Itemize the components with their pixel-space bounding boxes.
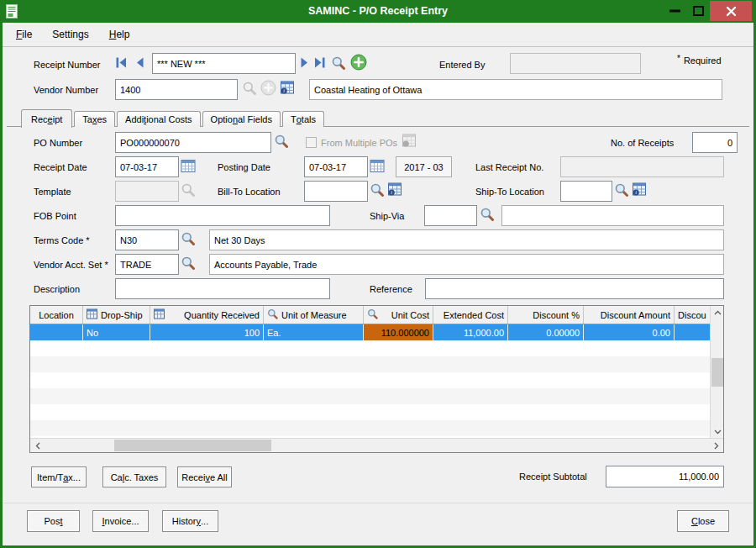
ship-via-label: Ship-Via <box>370 211 404 221</box>
grid-empty-row[interactable] <box>30 372 711 388</box>
fob-point-input[interactable] <box>115 205 330 226</box>
cell-quantity-received[interactable]: 100 <box>150 324 264 340</box>
vendor-name-field[interactable]: Coastal Heating of Ottawa <box>309 79 722 100</box>
maximize-button[interactable] <box>687 0 709 22</box>
first-record-button[interactable] <box>114 56 129 69</box>
cell-extended-cost[interactable]: 11,000.00 <box>433 324 508 340</box>
grid-header-quantity-received[interactable]: Quantity Received <box>150 306 264 324</box>
bill-to-finder-icon[interactable] <box>370 182 385 198</box>
cell-discount-amount[interactable]: 0.00 <box>584 324 675 340</box>
entered-by-label: Entered By <box>439 60 485 70</box>
receipt-number-input[interactable]: *** NEW *** <box>152 53 296 74</box>
no-of-receipts-field: 0 <box>692 132 738 153</box>
posting-date-input[interactable]: 07-03-17 <box>304 156 368 177</box>
terms-finder-icon[interactable] <box>181 231 196 246</box>
grid-header-discount-truncated[interactable]: Discou <box>675 306 711 324</box>
grid-empty-row[interactable] <box>30 404 711 420</box>
cell-discount-overflow[interactable] <box>675 324 711 340</box>
grid-header-drop-ship[interactable]: Drop-Ship <box>83 306 150 324</box>
grid-header-discount-percent[interactable]: Discount % <box>508 306 584 324</box>
receipt-date-input[interactable]: 07-03-17 <box>115 156 179 177</box>
scroll-up-icon[interactable] <box>711 306 724 319</box>
grid-selected-row[interactable]: No 100 Ea. 110.000000 11,000.00 0.00000 … <box>30 324 711 340</box>
tab-optional-fields[interactable]: Optional Fields <box>202 111 281 127</box>
receipt-finder-icon[interactable] <box>331 55 346 71</box>
history-button[interactable]: History... <box>162 510 218 532</box>
receive-all-button[interactable]: Receive All <box>177 466 232 487</box>
scroll-left-icon[interactable] <box>30 439 45 452</box>
cell-unit-of-measure[interactable]: Ea. <box>264 324 364 340</box>
vertical-scroll-thumb[interactable] <box>711 358 723 387</box>
template-finder-icon-disabled <box>181 182 196 198</box>
vendor-acct-set-finder-icon[interactable] <box>181 256 196 271</box>
terms-description-field: Net 30 Days <box>209 229 724 250</box>
scroll-down-icon[interactable] <box>711 425 724 439</box>
grid-empty-row[interactable] <box>30 340 711 356</box>
grid-empty-row[interactable] <box>30 420 711 436</box>
tab-receipt[interactable]: Receipt <box>21 109 72 128</box>
next-record-button[interactable] <box>300 56 310 69</box>
menu-settings[interactable]: Settings <box>52 25 97 44</box>
grid-header-unit-of-measure[interactable]: Unit of Measure <box>264 306 364 324</box>
vendor-number-input[interactable]: 1400 <box>115 79 238 100</box>
receipt-subtotal-label: Receipt Subtotal <box>519 472 587 482</box>
grid-header-location[interactable]: Location <box>30 306 83 324</box>
calc-taxes-button[interactable]: Calc. Taxes <box>102 466 166 487</box>
new-receipt-icon[interactable] <box>350 54 367 71</box>
bill-to-location-input[interactable] <box>304 181 368 202</box>
terms-code-input[interactable]: N30 <box>115 229 179 250</box>
detail-icon <box>87 308 97 321</box>
vendor-finder-icon-disabled <box>242 81 257 96</box>
grid-horizontal-scrollbar[interactable] <box>30 438 723 452</box>
cell-discount-percent[interactable]: 0.00000 <box>508 324 584 340</box>
description-label: Description <box>34 284 80 294</box>
ship-via-description-field[interactable] <box>501 205 724 226</box>
menu-file[interactable]: File <box>16 25 40 44</box>
description-input[interactable] <box>115 278 330 299</box>
ship-via-input[interactable] <box>424 205 477 226</box>
item-tax-button[interactable]: Item/Tax... <box>31 466 87 487</box>
required-note: *Required <box>677 55 722 66</box>
grid-header-unit-cost[interactable]: Unit Cost <box>364 306 433 324</box>
reference-label: Reference <box>370 284 412 294</box>
tab-additional-costs[interactable]: Additional Costs <box>117 111 201 127</box>
ship-to-inquiry-icon[interactable]: i <box>632 182 648 198</box>
vendor-acct-set-input[interactable]: TRADE <box>115 254 179 275</box>
receipt-date-calendar-icon[interactable] <box>181 158 197 174</box>
posting-date-calendar-icon[interactable] <box>370 158 386 174</box>
previous-record-button[interactable] <box>134 56 144 69</box>
tab-taxes[interactable]: Taxes <box>74 111 115 127</box>
grid-empty-row[interactable] <box>30 388 711 404</box>
grid-header-extended-cost[interactable]: Extended Cost <box>433 306 508 324</box>
terms-code-label: Terms Code * <box>34 235 90 245</box>
invoice-button[interactable]: Invoice... <box>92 510 149 532</box>
from-multiple-pos-label: From Multiple POs <box>321 138 397 148</box>
ship-to-finder-icon[interactable] <box>614 182 629 198</box>
close-window-button[interactable] <box>710 1 752 21</box>
cell-drop-ship[interactable]: No <box>83 324 150 340</box>
grid-header-row: Location Drop-Ship Quantity Received Uni… <box>30 306 711 324</box>
close-button[interactable]: Close <box>677 510 729 532</box>
scroll-right-icon[interactable] <box>709 439 723 452</box>
reference-input[interactable] <box>425 278 724 299</box>
minimize-button[interactable] <box>664 0 685 22</box>
grid-empty-row[interactable] <box>30 356 711 372</box>
posting-date-label: Posting Date <box>218 162 270 172</box>
finder-icon <box>267 308 278 321</box>
post-button[interactable]: Post <box>27 510 80 532</box>
po-number-input[interactable]: PO000000070 <box>115 132 271 153</box>
bill-to-inquiry-icon[interactable]: i <box>387 182 403 198</box>
ship-via-finder-icon[interactable] <box>480 207 495 222</box>
grid-vertical-scrollbar[interactable] <box>710 306 723 439</box>
template-label: Template <box>34 187 71 197</box>
last-record-button[interactable] <box>312 56 327 69</box>
vendor-inquiry-icon[interactable]: i <box>280 80 296 96</box>
ship-to-location-input[interactable] <box>560 181 612 202</box>
grid-header-discount-amount[interactable]: Discount Amount <box>584 306 675 324</box>
cell-unit-cost-selected[interactable]: 110.000000 <box>364 324 433 340</box>
horizontal-scroll-thumb[interactable] <box>114 440 271 451</box>
tab-totals[interactable]: Totals <box>282 111 324 127</box>
menu-help[interactable]: Help <box>109 25 139 44</box>
cell-location[interactable] <box>30 324 83 340</box>
po-finder-icon[interactable] <box>274 134 289 149</box>
